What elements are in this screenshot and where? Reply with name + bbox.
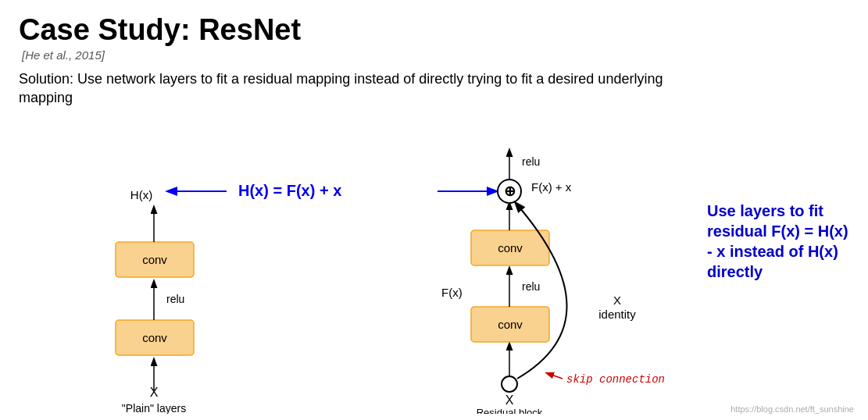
residual-block-label: Residual block (477, 407, 543, 414)
page-title: Case Study: ResNet (19, 14, 849, 47)
x-identity-label: X (613, 294, 621, 307)
use-layers-text: Use layers to fit residual F(x) = H(x) -… (707, 201, 855, 282)
page: Case Study: ResNet [He et al., 2015] Sol… (0, 0, 868, 420)
fx-label: F(x) (441, 286, 463, 299)
blue-equation: H(x) = F(x) + x (238, 182, 341, 199)
plain-layers-label: "Plain" layers (122, 402, 186, 414)
citation: [He et al., 2015] (22, 48, 849, 62)
diagram-area: X conv relu conv H(x) "Plain" layers (0, 101, 868, 414)
conv-label-right-top: conv (498, 241, 523, 254)
hx-label: H(x) (130, 188, 152, 201)
x-input-right: X (505, 393, 514, 407)
plus-symbol: ⊕ (504, 183, 516, 199)
conv-label-right-bottom: conv (498, 318, 523, 331)
relu-left: relu (166, 293, 184, 305)
svg-line-9 (547, 373, 563, 379)
conv-label-left-top: conv (142, 253, 167, 266)
conv-label-left-bottom: conv (142, 331, 167, 344)
skip-connection-label: skip connection (566, 373, 665, 386)
identity-label: identity (598, 308, 636, 321)
x-input-circle (502, 376, 517, 392)
relu-top-right: relu (522, 155, 540, 168)
relu-right: relu (522, 280, 540, 293)
watermark: https://blog.csdn.net/ft_sunshine (730, 404, 854, 414)
fxplusx-label: F(x) + x (531, 180, 572, 194)
